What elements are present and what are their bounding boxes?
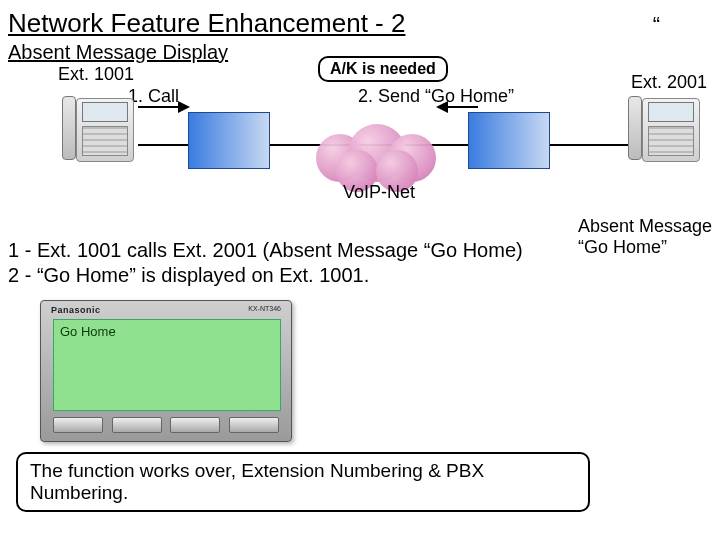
phone-brand-label: Panasonic xyxy=(51,305,101,315)
pbx-left xyxy=(188,112,270,169)
explanation-text: 1 - Ext. 1001 calls Ext. 2001 (Absent Me… xyxy=(8,238,523,288)
softkey-icon xyxy=(170,417,220,433)
softkey-icon xyxy=(53,417,103,433)
pbx-right xyxy=(468,112,550,169)
phone-display-mock: Panasonic KX-NT346 Go Home xyxy=(40,300,292,442)
call-arrow xyxy=(138,106,188,108)
voip-cloud-label: VoIP-Net xyxy=(343,182,415,203)
phone-model-label: KX-NT346 xyxy=(248,305,281,312)
phone-keys-icon xyxy=(648,126,694,156)
ext-2001-label: Ext. 2001 xyxy=(631,72,707,93)
phone-ext-2001 xyxy=(624,92,702,170)
explanation-line-2: 2 - “Go Home” is displayed on Ext. 1001. xyxy=(8,263,523,288)
voip-cloud-icon xyxy=(308,120,448,190)
send-arrow xyxy=(438,106,478,108)
absent-message-title: Absent Message xyxy=(578,216,712,237)
stray-quote: “ xyxy=(653,12,660,38)
softkey-icon xyxy=(229,417,279,433)
absent-message-value: “Go Home” xyxy=(578,237,712,258)
lcd-message: Go Home xyxy=(54,320,280,343)
footer-callout: The function works over, Extension Numbe… xyxy=(16,452,590,512)
handset-icon xyxy=(62,96,76,160)
softkey-icon xyxy=(112,417,162,433)
absent-message-box: Absent Message “Go Home” xyxy=(578,216,712,257)
phone-lcd: Go Home xyxy=(53,319,281,411)
explanation-line-1: 1 - Ext. 1001 calls Ext. 2001 (Absent Me… xyxy=(8,238,523,263)
phone-screen-icon xyxy=(82,102,128,122)
softkey-row xyxy=(53,417,279,435)
ext-1001-label: Ext. 1001 xyxy=(58,64,134,85)
handset-icon xyxy=(628,96,642,160)
phone-ext-1001 xyxy=(58,92,136,170)
network-diagram: Ext. 1001 Ext. 2001 1. Call 2. Send “Go … xyxy=(8,64,712,224)
ak-needed-badge: A/K is needed xyxy=(318,56,448,82)
phone-keys-icon xyxy=(82,126,128,156)
phone-screen-icon xyxy=(648,102,694,122)
slide-title: Network Feature Enhancement - 2 xyxy=(8,8,712,39)
